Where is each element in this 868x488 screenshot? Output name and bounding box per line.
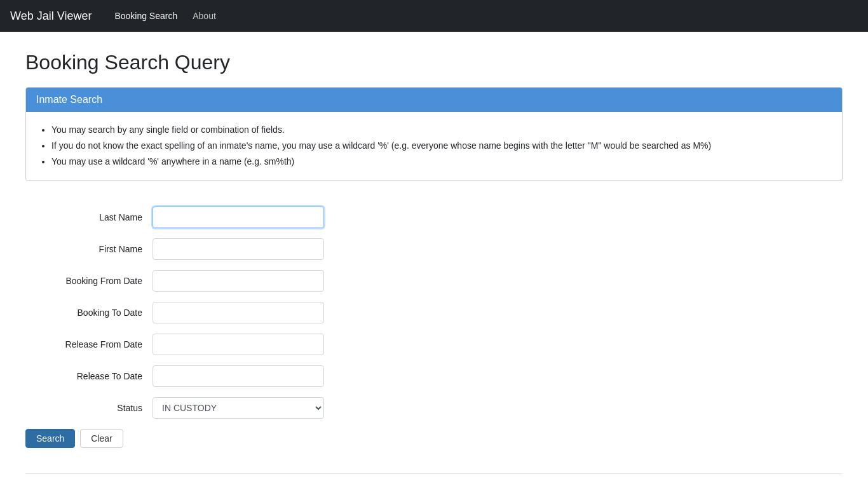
clear-button[interactable]: Clear [80, 429, 123, 448]
page-title: Booking Search Query [25, 51, 843, 74]
release-to-date-group: Release To Date [25, 365, 843, 387]
instruction-1: You may search by any single field or co… [51, 122, 829, 138]
navbar: Web Jail Viewer Booking Search About [0, 0, 868, 32]
main-content: Booking Search Query Inmate Search You m… [0, 32, 868, 473]
status-label: Status [25, 403, 153, 413]
release-to-date-input[interactable] [153, 365, 324, 387]
inmate-search-panel: Inmate Search You may search by any sing… [25, 87, 843, 181]
inmate-search-body: You may search by any single field or co… [26, 112, 842, 180]
nav-link-booking-search[interactable]: Booking Search [107, 6, 185, 26]
booking-to-date-group: Booking To Date [25, 302, 843, 323]
first-name-group: First Name [25, 238, 843, 260]
instruction-3: You may use a wildcard '%' anywhere in a… [51, 154, 829, 170]
search-form: Last Name First Name Booking From Date B… [25, 200, 843, 454]
booking-to-date-label: Booking To Date [25, 308, 153, 318]
footer: © 2022 - Executive Information Services,… [0, 474, 868, 488]
booking-from-date-label: Booking From Date [25, 276, 153, 286]
status-select[interactable]: IN CUSTODY RELEASED ALL [153, 397, 324, 419]
form-buttons: Search Clear [25, 429, 843, 448]
release-from-date-label: Release From Date [25, 339, 153, 349]
search-button[interactable]: Search [25, 429, 75, 448]
last-name-input[interactable] [153, 207, 324, 228]
inmate-search-header: Inmate Search [26, 88, 842, 112]
release-from-date-input[interactable] [153, 334, 324, 355]
first-name-label: First Name [25, 244, 153, 254]
instructions-list: You may search by any single field or co… [39, 122, 829, 170]
release-to-date-label: Release To Date [25, 371, 153, 381]
navbar-brand[interactable]: Web Jail Viewer [10, 10, 92, 23]
booking-from-date-group: Booking From Date [25, 270, 843, 292]
last-name-label: Last Name [25, 212, 153, 222]
release-from-date-group: Release From Date [25, 334, 843, 355]
nav-link-about[interactable]: About [185, 6, 224, 26]
booking-from-date-input[interactable] [153, 270, 324, 292]
last-name-group: Last Name [25, 207, 843, 228]
first-name-input[interactable] [153, 238, 324, 260]
status-group: Status IN CUSTODY RELEASED ALL [25, 397, 843, 419]
instruction-2: If you do not know the exact spelling of… [51, 138, 829, 154]
booking-to-date-input[interactable] [153, 302, 324, 323]
